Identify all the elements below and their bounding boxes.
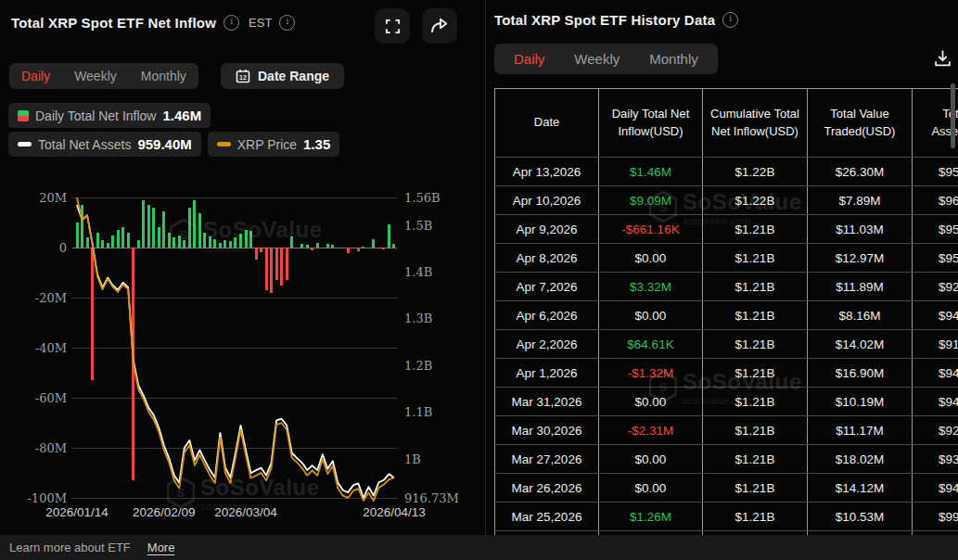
download-icon <box>933 48 952 68</box>
cell-date: Apr 2,2026 <box>495 330 599 359</box>
cell-cumulative-inflow: $1.22B <box>703 186 808 215</box>
cell-date: Mar 31,2026 <box>495 388 599 416</box>
svg-text:-60M: -60M <box>35 391 67 405</box>
cell-daily-inflow: $0.00 <box>599 445 703 474</box>
cell-net-assets: $921.57M <box>913 273 958 301</box>
cell-net-assets: $950.14M <box>913 244 958 273</box>
cell-net-assets: $995.72M <box>913 503 958 531</box>
cell-net-assets: $933.33M <box>913 445 958 474</box>
table-header-row: DateDaily Total Net Inflow(USD)Cumulativ… <box>495 89 958 158</box>
table-title: Total XRP Spot ETF History Data <box>494 12 715 28</box>
cell-daily-inflow: $0.00 <box>599 244 703 273</box>
cell-cumulative-inflow: $1.21B <box>703 474 808 503</box>
svg-text:-80M: -80M <box>35 441 67 455</box>
cell-value-traded: $11.17M <box>808 416 913 445</box>
cell-date: Apr 1,2026 <box>495 359 599 388</box>
svg-text:916.73M: 916.73M <box>404 491 459 505</box>
cell-net-assets: $947.70M <box>913 359 958 388</box>
cell-daily-inflow: -$1.32M <box>599 359 703 388</box>
svg-text:2026/02/09: 2026/02/09 <box>133 505 196 519</box>
table-row: Apr 6,2026$0.00$1.21B$8.16M$940.58M <box>495 301 958 330</box>
table-row: Apr 9,2026-$661.16K$1.21B$11.03M$955.13M <box>495 215 958 244</box>
table-row: Apr 7,2026$3.32M$1.21B$11.89M$921.57M <box>495 273 958 301</box>
cell-date: Mar 27,2026 <box>495 445 599 474</box>
svg-text:2026/03/04: 2026/03/04 <box>214 505 277 519</box>
cell-net-assets: $928.50M <box>913 416 958 445</box>
cell-net-assets: $916.73M <box>913 330 958 359</box>
download-button[interactable] <box>933 48 952 71</box>
table-row: Mar 26,2026$0.00$1.21B$14.12M$949.15M <box>495 474 958 503</box>
cell-daily-inflow: $1.46M <box>599 158 703 186</box>
cell-cumulative-inflow: $1.22B <box>703 158 808 186</box>
svg-text:2026/01/14: 2026/01/14 <box>45 505 109 519</box>
table-row: Apr 2,2026$64.61K$1.21B$14.02M$916.73M <box>495 330 958 359</box>
table-row: Mar 30,2026-$2.31M$1.21B$11.17M$928.50M <box>495 416 958 445</box>
cell-value-traded: $10.19M <box>808 388 913 416</box>
cell-cumulative-inflow: $1.21B <box>703 215 808 244</box>
cell-cumulative-inflow: $1.21B <box>703 244 808 273</box>
cell-daily-inflow: $0.00 <box>599 388 703 416</box>
cell-date: Mar 30,2026 <box>495 416 599 445</box>
svg-text:0: 0 <box>59 241 67 255</box>
column-header: Cumulative Total Net Inflow(USD) <box>703 89 808 158</box>
cell-daily-inflow: $0.00 <box>599 301 703 330</box>
cell-daily-inflow: $64.61K <box>599 330 703 359</box>
cell-net-assets: $943.73M <box>913 388 958 416</box>
table-scrollbar-thumb[interactable] <box>951 83 955 148</box>
history-data-panel: Total XRP Spot ETF History Data i Daily … <box>485 0 958 560</box>
svg-text:1.56B: 1.56B <box>404 191 441 205</box>
cell-cumulative-inflow: $1.21B <box>703 273 808 301</box>
svg-text:-100M: -100M <box>27 491 67 505</box>
svg-text:20M: 20M <box>39 191 67 205</box>
svg-text:-40M: -40M <box>35 341 67 355</box>
cell-daily-inflow: $3.32M <box>599 273 703 301</box>
svg-text:2026/04/13: 2026/04/13 <box>363 505 426 519</box>
cell-daily-inflow: -$2.31M <box>599 416 703 445</box>
svg-text:1.2B: 1.2B <box>404 359 432 373</box>
cell-net-assets: $940.58M <box>913 301 958 330</box>
cell-date: Apr 10,2026 <box>495 186 599 215</box>
cell-cumulative-inflow: $1.21B <box>703 330 808 359</box>
table-row: Mar 25,2026$1.26M$1.21B$10.53M$995.72M <box>495 503 958 531</box>
cell-daily-inflow: $1.26M <box>599 503 703 531</box>
cell-value-traded: $11.03M <box>808 215 913 244</box>
etf-dashboard: Total XRP Spot ETF Net Inflow i EST i Da… <box>0 0 958 560</box>
cell-value-traded: $14.02M <box>808 330 913 359</box>
history-table: DateDaily Total Net Inflow(USD)Cumulativ… <box>494 88 958 560</box>
cell-date: Apr 7,2026 <box>495 273 599 301</box>
cell-net-assets: $955.13M <box>913 215 958 244</box>
table-tab-daily[interactable]: Daily <box>505 51 553 67</box>
footer-text: Learn more about ETF <box>9 541 131 554</box>
cell-cumulative-inflow: $1.21B <box>703 445 808 474</box>
cell-value-traded: $26.30M <box>808 158 913 186</box>
table-tab-monthly[interactable]: Monthly <box>641 51 707 67</box>
inflow-chart[interactable]: 20M0-20M-40M-60M-80M-100M1.56B1.5B1.4B1.… <box>0 0 485 535</box>
svg-text:1B: 1B <box>404 452 421 466</box>
cell-value-traded: $18.02M <box>808 445 913 474</box>
table-period-tabs: Daily Weekly Monthly <box>494 44 718 74</box>
svg-text:-20M: -20M <box>35 291 67 305</box>
cell-cumulative-inflow: $1.21B <box>703 503 808 531</box>
cell-cumulative-inflow: $1.21B <box>703 388 808 416</box>
column-header: Daily Total Net Inflow(USD) <box>599 89 703 158</box>
cell-value-traded: $10.53M <box>808 503 913 531</box>
column-header: Total Value Traded(USD) <box>808 89 913 158</box>
cell-net-assets: $949.15M <box>913 474 958 503</box>
table-row: Apr 10,2026$9.09M$1.22B$7.89M$968.15M <box>495 186 958 215</box>
table-tab-weekly[interactable]: Weekly <box>566 51 628 67</box>
cell-value-traded: $14.12M <box>808 474 913 503</box>
history-table-wrap: DateDaily Total Net Inflow(USD)Cumulativ… <box>494 88 952 560</box>
footer-more-link[interactable]: More <box>147 541 175 554</box>
svg-text:1.1B: 1.1B <box>404 405 432 419</box>
cell-daily-inflow: -$661.16K <box>599 215 703 244</box>
table-row: Mar 31,2026$0.00$1.21B$10.19M$943.73M <box>495 388 958 416</box>
cell-value-traded: $12.97M <box>808 244 913 273</box>
cell-date: Mar 25,2026 <box>495 503 599 531</box>
cell-value-traded: $8.16M <box>808 301 913 330</box>
cell-net-assets: $968.15M <box>913 186 958 215</box>
table-panel-header: Total XRP Spot ETF History Data i <box>494 12 738 28</box>
cell-date: Apr 6,2026 <box>495 301 599 330</box>
cell-net-assets: $959.40M <box>913 158 958 186</box>
svg-text:1.3B: 1.3B <box>404 312 432 325</box>
table-info-icon[interactable]: i <box>722 12 738 28</box>
